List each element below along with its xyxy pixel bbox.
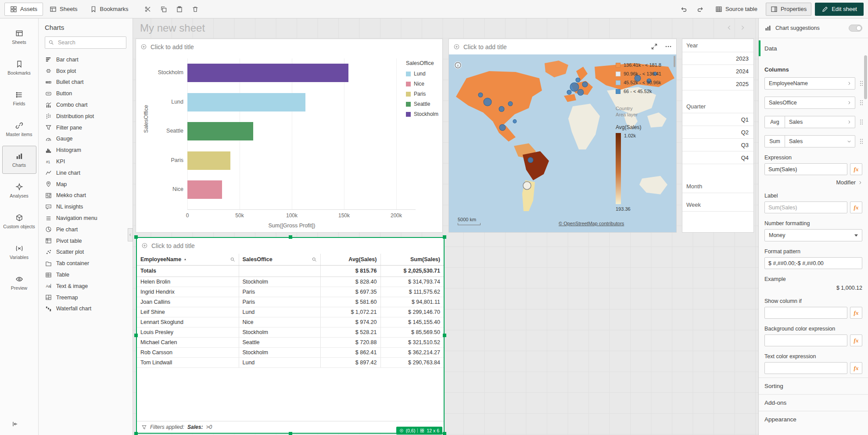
table-cell[interactable]: $ 528.21 xyxy=(320,327,380,337)
filter-section-quarter[interactable]: Quarter xyxy=(682,100,753,113)
table-cell[interactable]: Nice xyxy=(239,317,320,327)
sidebar-item-sheets[interactable]: Sheets xyxy=(2,23,36,51)
resize-handle-n[interactable] xyxy=(289,235,292,239)
section-add-ons[interactable]: Add-ons xyxy=(759,394,868,411)
chart-type-text-image[interactable]: AaText & image xyxy=(39,280,133,292)
expression-input[interactable] xyxy=(764,163,847,175)
fx-show-column-button[interactable]: fx xyxy=(850,307,862,319)
filter-section-month[interactable]: Month xyxy=(682,180,753,193)
resize-handle-se[interactable] xyxy=(443,432,446,435)
chart-type-nl-insights[interactable]: NL insights xyxy=(39,201,133,212)
background-color-input[interactable] xyxy=(764,334,847,346)
table-cell[interactable]: $ 145,155.40 xyxy=(380,317,444,327)
drag-handle-icon[interactable] xyxy=(858,99,865,106)
bar-stockholm[interactable] xyxy=(187,64,348,82)
chart-type-histogram[interactable]: Histogram xyxy=(39,144,133,156)
chart-type-pivot-table[interactable]: Pivot table xyxy=(39,235,133,247)
map-object[interactable]: Click to add title xyxy=(448,39,677,233)
chart-type-treemap[interactable]: Treemap xyxy=(39,292,133,303)
modifier-link[interactable]: Modifier xyxy=(759,175,868,186)
chart-suggestions-toggle[interactable] xyxy=(849,25,862,32)
chart-type-filter-pane[interactable]: Filter pane xyxy=(39,122,133,133)
table-cell[interactable]: $ 111,575.62 xyxy=(380,287,444,297)
bar-paris[interactable] xyxy=(187,151,230,170)
table-cell[interactable]: $ 974.20 xyxy=(320,317,380,327)
resize-handle-e[interactable] xyxy=(443,334,446,337)
filter-pane-object[interactable]: Year202320242025QuarterQ1Q2Q3Q4MonthWeek xyxy=(682,39,754,233)
table-cell[interactable]: Stockholm xyxy=(239,327,320,337)
table-cell[interactable]: Paris xyxy=(239,297,320,307)
filter-value-2025[interactable]: 2025 xyxy=(682,78,753,90)
table-title-placeholder[interactable]: Click to add title xyxy=(137,238,444,253)
cut-button[interactable] xyxy=(141,3,154,16)
table-cell[interactable]: $ 299,146.70 xyxy=(380,307,444,317)
table-object-selected[interactable]: Click to add title EmployeeNameSalesOffi… xyxy=(136,237,445,434)
search-icon[interactable] xyxy=(230,257,235,262)
table-cell[interactable]: $ 720.88 xyxy=(320,337,380,347)
table-cell[interactable]: $ 314,793.74 xyxy=(380,277,444,287)
chart-type-tab-container[interactable]: Tab container xyxy=(39,258,133,269)
table-cell[interactable]: $ 362,214.27 xyxy=(380,347,444,357)
properties-button[interactable]: Properties xyxy=(766,3,811,16)
table-cell[interactable]: Lund xyxy=(239,307,320,317)
collapse-panel-button[interactable] xyxy=(0,421,18,429)
sidebar-item-fields[interactable]: Fields xyxy=(2,84,36,112)
table-cell[interactable]: $ 581.60 xyxy=(320,297,380,307)
table-cell[interactable]: $ 897.42 xyxy=(320,357,380,367)
map-title-placeholder[interactable]: Click to add title xyxy=(449,39,676,54)
chart-type-button[interactable]: Button xyxy=(39,88,133,99)
table-cell[interactable]: Louis Presley xyxy=(137,327,239,337)
fx-background-color-button[interactable]: fx xyxy=(850,334,862,346)
number-formatting-select[interactable]: Money xyxy=(764,229,862,241)
redo-button[interactable] xyxy=(694,3,707,16)
column-chip-sum-sales[interactable]: SumSales xyxy=(764,135,855,147)
chart-title-placeholder[interactable]: Click to add title xyxy=(136,39,442,54)
paste-button[interactable] xyxy=(173,3,186,16)
chart-type-pie-chart[interactable]: Pie chart xyxy=(39,224,133,235)
map-attribution-link[interactable]: © OpenStreetMap contributors xyxy=(559,221,624,226)
chart-type-line-chart[interactable]: Line chart xyxy=(39,167,133,179)
table-cell[interactable]: Seattle xyxy=(239,337,320,347)
filter-value-2023[interactable]: 2023 xyxy=(682,52,753,65)
search-icon[interactable] xyxy=(312,257,317,262)
edit-sheet-button[interactable]: Edit sheet xyxy=(815,3,864,16)
table-cell[interactable]: $ 321,510.52 xyxy=(380,337,444,347)
bar-lund[interactable] xyxy=(187,93,305,111)
label-input[interactable] xyxy=(764,201,847,213)
chart-type-table[interactable]: Table xyxy=(39,269,133,280)
table-cell[interactable]: Tom Lindwall xyxy=(137,357,239,367)
resize-handle-sw[interactable] xyxy=(134,432,138,435)
chart-type-bullet-chart[interactable]: Bullet chart xyxy=(39,77,133,88)
show-column-if-input[interactable] xyxy=(764,307,847,319)
data-section-header[interactable]: Data xyxy=(759,38,868,58)
sidebar-item-analyses[interactable]: Analyses xyxy=(2,176,36,205)
bar-seattle[interactable] xyxy=(187,122,253,140)
table-cell[interactable]: Stockholm xyxy=(239,277,320,287)
table-cell[interactable]: Leif Shine xyxy=(137,307,239,317)
table-cell[interactable]: $ 1,072.21 xyxy=(320,307,380,317)
topbar-tab-bookmarks[interactable]: Bookmarks xyxy=(84,3,134,16)
more-menu-icon[interactable] xyxy=(665,43,672,50)
chart-type-gauge[interactable]: Gauge xyxy=(39,133,133,145)
column-chip-avg-sales[interactable]: AvgSales xyxy=(764,116,855,128)
chart-type-map[interactable]: Map xyxy=(39,179,133,190)
next-sheet-button[interactable] xyxy=(739,25,746,31)
map-viewport[interactable]: 136.41k - < 181.890.96k - < 136.4145.52k… xyxy=(449,54,676,232)
column-chip-employeename[interactable]: EmployeeName xyxy=(764,77,855,90)
section-sorting[interactable]: Sorting xyxy=(759,377,868,394)
column-header-employeename[interactable]: EmployeeName xyxy=(137,254,239,265)
bar-nice[interactable] xyxy=(187,180,222,199)
drag-handle-icon[interactable] xyxy=(858,138,865,145)
chart-type-kpi[interactable]: #1KPI xyxy=(39,156,133,167)
legend-item-stockholm[interactable]: Stockholm xyxy=(406,111,442,117)
table-cell[interactable]: Ingrid Hendrix xyxy=(137,287,239,297)
table-cell[interactable]: $ 85,569.50 xyxy=(380,327,444,337)
legend-item-paris[interactable]: Paris xyxy=(406,91,442,97)
column-header-avg-sales[interactable]: Avg(Sales) xyxy=(320,254,380,265)
filter-value-q2[interactable]: Q2 xyxy=(682,126,753,139)
properties-scrollbar[interactable] xyxy=(864,55,867,99)
sidebar-item-preview[interactable]: Preview xyxy=(2,269,36,297)
charts-search-input[interactable] xyxy=(45,36,126,49)
previous-sheet-button[interactable] xyxy=(726,25,732,31)
chart-type-mekko-chart[interactable]: Mekko chart xyxy=(39,190,133,201)
